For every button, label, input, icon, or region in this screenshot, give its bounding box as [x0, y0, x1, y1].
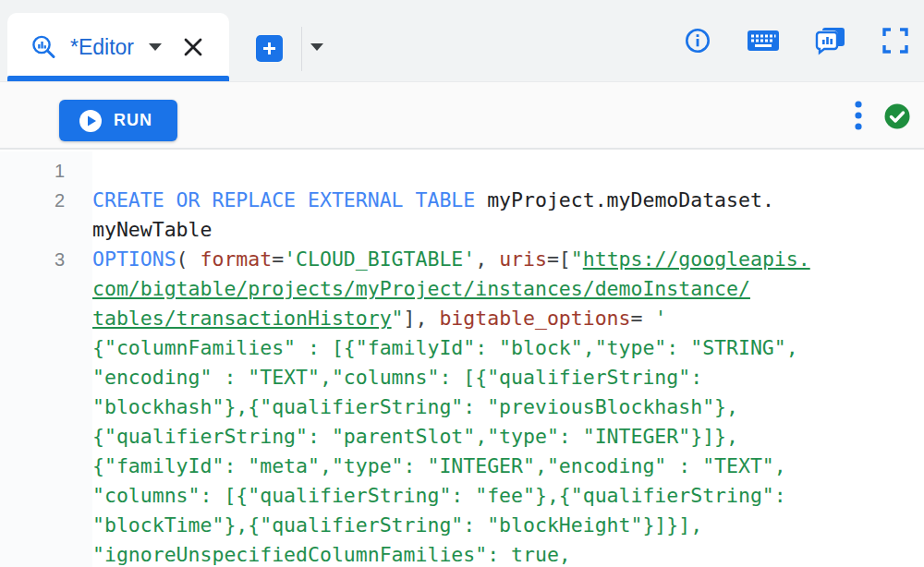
code-text: CREATE OR REPLACE EXTERNAL TABLE myProje… [92, 186, 774, 215]
code-text: "blockTime"},{"qualifierString": "blockH… [92, 511, 702, 540]
code-line[interactable]: com/bigtable/projects/myProject/instance… [0, 274, 924, 304]
code-line[interactable]: {"qualifierString": "parentSlot","type":… [0, 422, 924, 452]
code-line[interactable]: "encoding" : "TEXT","columns": [{"qualif… [0, 363, 924, 392]
keyboard-shortcuts-icon[interactable] [747, 27, 780, 54]
line-number: 3 [0, 245, 65, 274]
code-line[interactable]: "columns": [{"qualifierString": "fee"},{… [0, 481, 924, 511]
line-number [0, 452, 65, 481]
close-tab-icon[interactable] [182, 36, 204, 58]
code-line[interactable]: "blockTime"},{"qualifierString": "blockH… [0, 511, 924, 540]
code-text: myNewTable [92, 215, 212, 245]
code-text: com/bigtable/projects/myProject/instance… [92, 274, 750, 304]
kebab-menu-icon[interactable] [854, 100, 863, 133]
fullscreen-icon[interactable] [881, 27, 909, 54]
code-editor[interactable]: 12CREATE OR REPLACE EXTERNAL TABLE myPro… [0, 151, 924, 567]
query-valid-check-icon [883, 103, 911, 130]
line-number [0, 481, 65, 511]
line-number: 1 [0, 156, 65, 186]
line-number: 2 [0, 186, 65, 215]
tab-editor[interactable]: *Editor [7, 13, 229, 81]
code-line[interactable]: "ignoreUnspecifiedColumnFamilies": true, [0, 540, 924, 567]
bigquery-sql-workspace: *Editor [0, 0, 924, 567]
code-line[interactable]: {"columnFamilies" : [{"familyId": "block… [0, 333, 924, 363]
plus-icon [261, 40, 278, 57]
query-magnifier-icon [30, 33, 57, 61]
tab-menu-caret-icon[interactable] [149, 43, 162, 51]
query-toolbar: RUN [0, 81, 924, 150]
tab-list-caret-icon[interactable] [310, 43, 323, 51]
code-text: OPTIONS( format='CLOUD_BIGTABLE', uris=[… [92, 245, 810, 274]
tabbar-divider [301, 27, 302, 71]
line-number [0, 511, 65, 540]
code-line[interactable]: myNewTable [0, 215, 924, 245]
url-link[interactable]: https://googleapis. [583, 247, 810, 271]
run-button-label: RUN [114, 111, 152, 130]
code-text: {"qualifierString": "parentSlot","type":… [92, 422, 738, 452]
code-line[interactable]: tables/transactionHistory"], bigtable_op… [0, 304, 924, 333]
new-tab-button[interactable] [256, 35, 283, 62]
code-line[interactable]: 3OPTIONS( format='CLOUD_BIGTABLE', uris=… [0, 245, 924, 274]
code-line[interactable]: {"familyId": "meta","type": "INTEGER","e… [0, 452, 924, 481]
url-link[interactable]: tables/transactionHistory [92, 307, 392, 330]
code-text: {"familyId": "meta","type": "INTEGER","e… [92, 452, 786, 481]
line-number [0, 422, 65, 452]
info-icon[interactable] [684, 27, 711, 54]
line-number [0, 333, 65, 363]
line-number [0, 274, 65, 304]
tab-editor-label: *Editor [70, 35, 134, 60]
code-line[interactable]: 1 [0, 156, 924, 186]
chart-chat-icon[interactable] [815, 26, 846, 55]
url-link[interactable]: com/bigtable/projects/myProject/instance… [92, 277, 750, 300]
play-icon [79, 109, 103, 133]
code-text: {"columnFamilies" : [{"familyId": "block… [92, 333, 798, 363]
code-text: "ignoreUnspecifiedColumnFamilies": true, [92, 540, 571, 567]
code-text: "columns": [{"qualifierString": "fee"},{… [92, 481, 786, 511]
line-number [0, 215, 65, 245]
code-text: tables/transactionHistory"], bigtable_op… [92, 304, 666, 333]
code-text: "encoding" : "TEXT","columns": [{"qualif… [92, 363, 702, 392]
run-button[interactable]: RUN [59, 100, 177, 141]
line-number [0, 392, 65, 422]
line-number [0, 363, 65, 392]
line-number [0, 304, 65, 333]
tab-bar: *Editor [0, 0, 924, 81]
code-text: "blockhash"},{"qualifierString": "previo… [92, 392, 738, 422]
code-line[interactable]: "blockhash"},{"qualifierString": "previo… [0, 392, 924, 422]
code-line[interactable]: 2CREATE OR REPLACE EXTERNAL TABLE myProj… [0, 186, 924, 215]
code-lines: 12CREATE OR REPLACE EXTERNAL TABLE myPro… [0, 156, 924, 567]
line-number [0, 540, 65, 567]
